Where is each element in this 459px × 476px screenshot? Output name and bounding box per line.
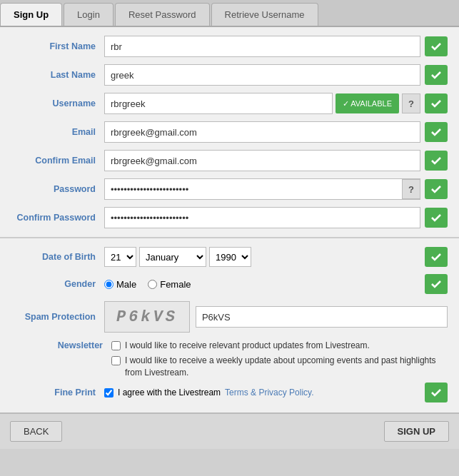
password-input[interactable] — [104, 178, 420, 200]
confirm-password-row: Confirm Password — [11, 207, 448, 228]
username-row: Username ✓ AVAILABLE ? — [11, 93, 448, 114]
gender-check — [425, 274, 448, 294]
password-check — [425, 179, 448, 199]
email-label: Email — [11, 127, 104, 137]
spam-label: Spam Protection — [11, 312, 104, 322]
fine-print-link[interactable]: Terms & Privacy Policy. — [225, 388, 313, 397]
section-account-info: First Name Last Name Username ✓ AVAILABL… — [0, 27, 459, 238]
password-wrap: ? — [104, 178, 420, 200]
gender-row: Gender Male Female — [11, 274, 448, 294]
fine-print-text: I agree with the Livestream — [118, 388, 221, 397]
username-input[interactable] — [104, 93, 333, 114]
newsletter-checkbox-2[interactable] — [111, 356, 121, 365]
dob-field-area: 21 123 January FebruaryMarchApril MayJun… — [104, 247, 420, 267]
bottom-bar: BACK SIGN UP — [0, 412, 459, 449]
last-name-check — [425, 65, 448, 85]
gender-female-text: Female — [160, 279, 191, 290]
tab-login[interactable]: Login — [64, 3, 114, 26]
spam-field-area: P6kVS — [104, 301, 448, 333]
newsletter-checkbox-1[interactable] — [111, 341, 121, 350]
newsletter-label: Newsletter — [19, 340, 111, 350]
gender-male-text: Male — [116, 279, 136, 290]
password-row: Password ? — [11, 178, 448, 200]
confirm-password-field-area — [104, 207, 420, 228]
username-field-area: ✓ AVAILABLE ? — [104, 93, 420, 114]
gender-female-label[interactable]: Female — [148, 279, 191, 290]
newsletter-line2-area: I would like to receive a weekly update … — [11, 355, 448, 379]
tab-reset-password[interactable]: Reset Password — [115, 3, 210, 26]
password-field-area: ? — [104, 178, 420, 200]
first-name-row: First Name — [11, 36, 448, 57]
username-label: Username — [11, 98, 104, 108]
available-button[interactable]: ✓ AVAILABLE — [336, 93, 399, 113]
dob-label: Date of Birth — [11, 252, 104, 262]
dob-row: Date of Birth 21 123 January FebruaryMar… — [11, 247, 448, 267]
first-name-field-area — [104, 36, 420, 57]
password-label: Password — [11, 184, 104, 194]
dob-day-select[interactable]: 21 123 — [104, 247, 136, 267]
back-button[interactable]: BACK — [10, 421, 62, 442]
dob-check — [425, 247, 448, 267]
last-name-field-area — [104, 64, 420, 86]
section-profile-info: Date of Birth 21 123 January FebruaryMar… — [0, 238, 459, 412]
newsletter-row: Newsletter I would like to receive relev… — [11, 340, 448, 378]
gender-options: Male Female — [104, 279, 191, 290]
gender-label: Gender — [11, 279, 104, 289]
password-help-button[interactable]: ? — [402, 179, 420, 199]
newsletter-line1-area: I would like to receive relevant product… — [111, 340, 370, 352]
first-name-label: First Name — [11, 41, 104, 51]
gender-field-area: Male Female — [104, 279, 420, 290]
confirm-email-check — [425, 151, 448, 171]
first-name-input[interactable] — [104, 36, 420, 57]
captcha-input[interactable] — [196, 306, 448, 328]
gender-male-label[interactable]: Male — [104, 279, 136, 290]
newsletter-label-row: Newsletter I would like to receive relev… — [11, 340, 370, 352]
newsletter-text-1: I would like to receive relevant product… — [125, 340, 370, 352]
spam-row: Spam Protection P6kVS — [11, 301, 448, 333]
dob-month-select[interactable]: January FebruaryMarchApril MayJuneJuly A… — [139, 247, 206, 267]
tab-retrieve-username[interactable]: Retrieve Username — [211, 3, 318, 26]
email-input[interactable] — [104, 121, 420, 143]
first-name-check — [425, 36, 448, 56]
last-name-input[interactable] — [104, 64, 420, 86]
fine-print-label: Fine Print — [11, 388, 104, 397]
fine-print-row: Fine Print I agree with the Livestream T… — [11, 383, 448, 402]
confirm-password-label: Confirm Password — [11, 213, 104, 223]
confirm-email-input[interactable] — [104, 150, 420, 171]
captcha-image: P6kVS — [104, 301, 190, 333]
fine-print-content: I agree with the Livestream Terms & Priv… — [104, 388, 420, 397]
email-row: Email — [11, 121, 448, 143]
confirm-email-field-area — [104, 150, 420, 171]
last-name-label: Last Name — [11, 70, 104, 80]
confirm-email-label: Confirm Email — [11, 156, 104, 166]
newsletter-text-2: I would like to receive a weekly update … — [125, 355, 448, 379]
fine-print-check — [425, 383, 448, 402]
username-check — [425, 93, 448, 113]
dob-year-select[interactable]: 1990 198919881987 — [209, 247, 251, 267]
last-name-row: Last Name — [11, 64, 448, 86]
confirm-email-row: Confirm Email — [11, 150, 448, 171]
gender-female-radio[interactable] — [148, 280, 157, 289]
tabs-bar: Sign Up Login Reset Password Retrieve Us… — [0, 0, 459, 27]
gender-male-radio[interactable] — [104, 280, 114, 289]
fine-print-checkbox[interactable] — [104, 388, 114, 397]
email-check — [425, 122, 448, 142]
username-help-button[interactable]: ? — [402, 93, 420, 113]
confirm-password-check — [425, 208, 448, 228]
email-field-area — [104, 121, 420, 143]
confirm-password-input[interactable] — [104, 207, 420, 228]
signup-button[interactable]: SIGN UP — [384, 421, 449, 442]
tab-signup[interactable]: Sign Up — [0, 3, 62, 26]
